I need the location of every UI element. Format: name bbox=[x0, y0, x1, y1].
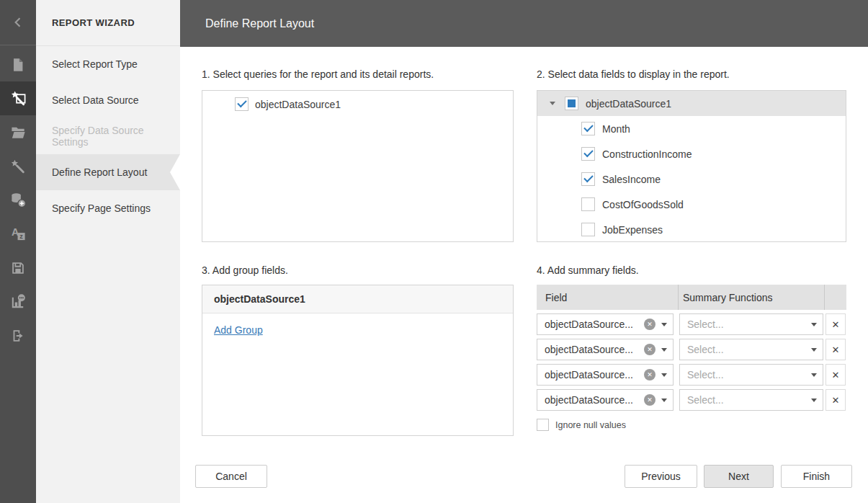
chevron-down-icon[interactable] bbox=[661, 373, 667, 377]
fields-tree-root[interactable]: objectDataSource1 bbox=[537, 91, 846, 116]
toolbar-icons: A z bbox=[0, 45, 36, 352]
back-button[interactable] bbox=[0, 0, 36, 45]
remove-summary-row-button[interactable]: ✕ bbox=[826, 364, 846, 386]
chevron-down-icon[interactable] bbox=[661, 323, 667, 326]
summary-function-combobox[interactable]: Select... bbox=[679, 313, 823, 335]
new-report-button[interactable] bbox=[0, 48, 36, 81]
queries-panel-label: 1. Select queries for the report and its… bbox=[202, 68, 434, 80]
field-label: JobExpenses bbox=[602, 224, 663, 236]
chevron-down-icon[interactable] bbox=[811, 373, 817, 377]
nav-item-select-data-source[interactable]: Select Data Source bbox=[36, 82, 180, 118]
design-in-wizard-button[interactable] bbox=[0, 149, 36, 183]
query-list-item[interactable]: objectDataSource1 bbox=[202, 91, 513, 111]
field-row-jobexpenses[interactable]: JobExpenses bbox=[537, 217, 846, 242]
query-label: objectDataSource1 bbox=[255, 99, 341, 110]
finish-button[interactable]: Finish bbox=[781, 465, 852, 488]
field-checkbox[interactable] bbox=[581, 197, 595, 211]
preview-icon bbox=[10, 293, 27, 310]
wizard-nav-title: REPORT WIZARD bbox=[36, 0, 180, 46]
field-combobox[interactable]: objectDataSource... ✕ bbox=[537, 389, 674, 411]
field-checkbox[interactable] bbox=[581, 147, 595, 161]
field-checkbox[interactable] bbox=[581, 223, 595, 236]
chevron-down-icon[interactable] bbox=[811, 323, 817, 326]
collapse-arrow-icon[interactable] bbox=[550, 102, 555, 105]
chevron-left-icon bbox=[11, 15, 25, 30]
summary-row: objectDataSource... ✕ Select... ✕ bbox=[537, 313, 846, 335]
nav-item-select-report-type[interactable]: Select Report Type bbox=[36, 46, 180, 82]
main-area: Define Report Layout 1. Select queries f… bbox=[180, 0, 868, 503]
localization-icon: A z bbox=[10, 226, 27, 242]
field-label: Month bbox=[602, 123, 630, 135]
preview-button[interactable] bbox=[0, 285, 36, 319]
wizard-nav: REPORT WIZARD Select Report Type Select … bbox=[36, 0, 180, 503]
summary-function-placeholder: Select... bbox=[687, 394, 805, 406]
summaries-panel-label: 4. Add summary fields. bbox=[537, 264, 639, 276]
summary-row: objectDataSource... ✕ Select... ✕ bbox=[537, 389, 846, 411]
report-wizard-icon bbox=[10, 90, 27, 107]
groups-panel-label: 3. Add group fields. bbox=[202, 264, 288, 276]
clear-field-icon[interactable]: ✕ bbox=[644, 319, 656, 330]
chevron-down-icon[interactable] bbox=[811, 399, 817, 402]
localization-button[interactable]: A z bbox=[0, 217, 36, 251]
previous-button[interactable]: Previous bbox=[625, 465, 697, 488]
summary-row: objectDataSource... ✕ Select... ✕ bbox=[537, 364, 846, 386]
clear-field-icon[interactable]: ✕ bbox=[644, 394, 656, 406]
open-report-button[interactable] bbox=[0, 115, 36, 149]
chevron-down-icon[interactable] bbox=[661, 399, 667, 402]
page-header: Define Report Layout bbox=[180, 0, 868, 47]
field-combobox[interactable]: objectDataSource... ✕ bbox=[537, 313, 674, 335]
field-combobox-value: objectDataSource... bbox=[545, 319, 641, 330]
group-fields-box: objectDataSource1 Add Group bbox=[202, 285, 514, 436]
cancel-button[interactable]: Cancel bbox=[195, 465, 267, 488]
field-row-constructionincome[interactable]: ConstructionIncome bbox=[537, 141, 846, 166]
field-row-salesincome[interactable]: SalesIncome bbox=[537, 166, 846, 192]
root-checkbox[interactable] bbox=[565, 97, 578, 110]
next-button[interactable]: Next bbox=[704, 465, 774, 488]
fields-tree: objectDataSource1 Month ConstructionInco… bbox=[537, 90, 846, 242]
query-checkbox[interactable] bbox=[235, 97, 249, 111]
field-checkbox[interactable] bbox=[581, 122, 595, 135]
summary-function-combobox[interactable]: Select... bbox=[679, 389, 823, 411]
exit-button[interactable] bbox=[0, 319, 36, 352]
summary-function-combobox[interactable]: Select... bbox=[679, 339, 823, 360]
add-data-source-button[interactable] bbox=[0, 183, 36, 217]
queries-list: objectDataSource1 bbox=[202, 90, 514, 242]
column-header-actions bbox=[825, 285, 846, 310]
add-group-link[interactable]: Add Group bbox=[214, 324, 263, 336]
clear-field-icon[interactable]: ✕ bbox=[644, 369, 656, 380]
chevron-down-icon[interactable] bbox=[661, 348, 667, 352]
field-checkbox[interactable] bbox=[581, 172, 595, 186]
remove-summary-row-button[interactable]: ✕ bbox=[826, 313, 846, 335]
group-source-title: objectDataSource1 bbox=[202, 285, 513, 313]
field-combobox[interactable]: objectDataSource... ✕ bbox=[537, 364, 674, 386]
remove-summary-row-button[interactable]: ✕ bbox=[826, 389, 846, 411]
save-icon bbox=[10, 260, 26, 276]
remove-summary-row-button[interactable]: ✕ bbox=[826, 339, 846, 360]
field-combobox[interactable]: objectDataSource... ✕ bbox=[537, 339, 674, 360]
ignore-null-checkbox[interactable] bbox=[537, 419, 549, 431]
nav-item-define-report-layout[interactable]: Define Report Layout bbox=[36, 154, 180, 190]
chevron-down-icon[interactable] bbox=[811, 348, 817, 352]
save-button[interactable] bbox=[0, 251, 36, 285]
column-header-field: Field bbox=[537, 285, 679, 310]
field-combobox-value: objectDataSource... bbox=[545, 344, 641, 355]
field-row-costofgoodssold[interactable]: CostOfGoodsSold bbox=[537, 192, 846, 217]
field-combobox-value: objectDataSource... bbox=[545, 394, 641, 406]
open-folder-icon bbox=[10, 124, 27, 141]
field-label: CostOfGoodsSold bbox=[602, 199, 684, 210]
wizard-page-content: 1. Select queries for the report and its… bbox=[180, 47, 868, 503]
summary-function-combobox[interactable]: Select... bbox=[679, 364, 823, 386]
root-label: objectDataSource1 bbox=[586, 98, 671, 110]
ignore-null-label: Ignore null values bbox=[555, 420, 626, 430]
nav-item-specify-data-source-settings: Specify Data Source Settings bbox=[36, 118, 180, 154]
clear-field-icon[interactable]: ✕ bbox=[644, 344, 656, 355]
summary-row: objectDataSource... ✕ Select... ✕ bbox=[537, 339, 846, 360]
ignore-null-values-option[interactable]: Ignore null values bbox=[537, 419, 626, 431]
field-row-month[interactable]: Month bbox=[537, 116, 846, 141]
svg-text:z: z bbox=[19, 233, 23, 240]
report-wizard-button[interactable] bbox=[0, 81, 36, 115]
nav-item-specify-page-settings[interactable]: Specify Page Settings bbox=[36, 190, 180, 226]
exit-icon bbox=[10, 328, 26, 344]
field-label: ConstructionIncome bbox=[602, 148, 692, 160]
designer-toolbar: A z bbox=[0, 0, 36, 503]
